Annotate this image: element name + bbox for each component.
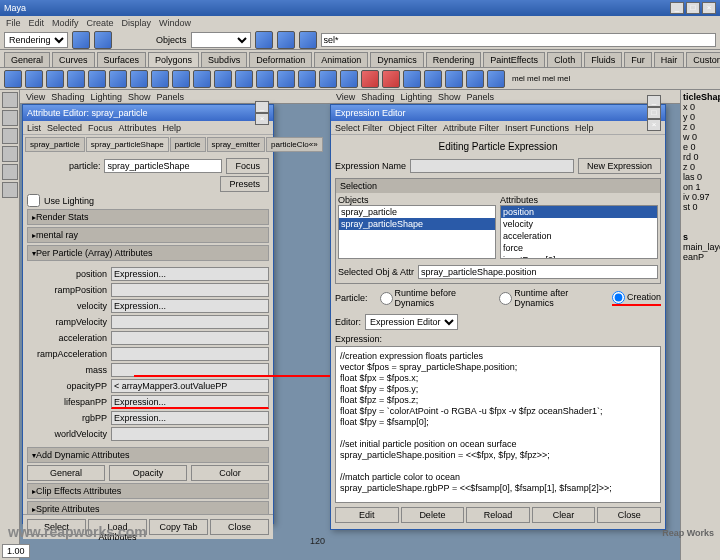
reload-button[interactable]: Reload — [466, 507, 530, 523]
channel-attr[interactable]: st 0 — [683, 202, 718, 212]
view-menu-lighting[interactable]: Lighting — [90, 92, 122, 102]
section-mental-ray[interactable]: mental ray — [27, 227, 269, 243]
shelf-icon[interactable] — [361, 70, 379, 88]
objects-select[interactable] — [191, 32, 251, 48]
pp-attr-input[interactable] — [111, 331, 269, 345]
tool-icon[interactable] — [94, 31, 112, 49]
pp-attr-input[interactable] — [111, 379, 269, 393]
frame-input[interactable]: 1.00 — [2, 544, 30, 558]
channel-attr[interactable]: w 0 — [683, 132, 718, 142]
shelf-icon[interactable] — [424, 70, 442, 88]
menu-object-filter[interactable]: Object Filter — [389, 123, 438, 133]
shelf-icon[interactable] — [487, 70, 505, 88]
rotate-tool-icon[interactable] — [2, 128, 18, 144]
close-icon[interactable]: × — [255, 113, 269, 125]
node-tab[interactable]: spray_particle — [25, 137, 85, 152]
radio-creation[interactable]: Creation — [612, 291, 661, 306]
objects-listbox[interactable]: spray_particle spray_particleShape — [338, 205, 496, 259]
tab-general[interactable]: General — [4, 52, 50, 67]
shelf-icon[interactable] — [235, 70, 253, 88]
node-tab[interactable]: spray_particleShape — [86, 137, 169, 152]
shelf-icon[interactable] — [298, 70, 316, 88]
channel-attr[interactable]: las 0 — [683, 172, 718, 182]
editor-select[interactable]: Expression Editor — [365, 314, 458, 330]
list-item[interactable]: spray_particle — [339, 206, 495, 218]
list-item[interactable]: velocity — [501, 218, 657, 230]
menu-file[interactable]: File — [6, 18, 21, 28]
mode-select[interactable]: Rendering — [4, 32, 68, 48]
objects-label[interactable]: Objects — [156, 35, 187, 45]
clear-button[interactable]: Clear — [532, 507, 596, 523]
pp-attr-input[interactable] — [111, 315, 269, 329]
tab-fluids[interactable]: Fluids — [584, 52, 622, 67]
general-button[interactable]: General — [27, 465, 105, 481]
timeline-frame[interactable]: 120 — [310, 536, 325, 546]
selection-header[interactable]: Selection — [336, 179, 660, 193]
channel-attr[interactable]: y 0 — [683, 112, 718, 122]
menu-window[interactable]: Window — [159, 18, 191, 28]
section-add-dynamic[interactable]: Add Dynamic Attributes — [27, 447, 269, 463]
channel-attr[interactable]: z 0 — [683, 162, 718, 172]
view-menu-shading[interactable]: Shading — [51, 92, 84, 102]
expr-name-input[interactable] — [410, 159, 574, 173]
close-button[interactable]: Close — [597, 507, 661, 523]
expr-editor-titlebar[interactable]: Expression Editor _□× — [331, 105, 665, 121]
shelf-icon[interactable] — [88, 70, 106, 88]
pp-attr-input[interactable] — [111, 395, 269, 409]
use-lighting-checkbox[interactable] — [27, 194, 40, 207]
shelf-icon[interactable] — [172, 70, 190, 88]
shelf-icon[interactable] — [25, 70, 43, 88]
presets-button[interactable]: Presets — [220, 176, 269, 192]
pp-attr-input[interactable] — [111, 427, 269, 441]
node-tab[interactable]: particle — [170, 137, 206, 152]
expression-textarea[interactable]: //creation expression floats particles v… — [335, 346, 661, 503]
list-item[interactable]: inputForce[0] — [501, 254, 657, 259]
pp-attr-input[interactable] — [111, 411, 269, 425]
tab-rendering[interactable]: Rendering — [426, 52, 482, 67]
tab-subdivs[interactable]: Subdivs — [201, 52, 247, 67]
tab-painteffects[interactable]: PaintEffects — [483, 52, 545, 67]
view-menu-panels[interactable]: Panels — [156, 92, 184, 102]
view-menu-panels[interactable]: Panels — [466, 92, 494, 102]
channel-attr[interactable]: e 0 — [683, 142, 718, 152]
menu-edit[interactable]: Edit — [29, 18, 45, 28]
select-tool-icon[interactable] — [2, 92, 18, 108]
channel-attr[interactable]: rd 0 — [683, 152, 718, 162]
list-item[interactable]: acceleration — [501, 230, 657, 242]
tool-icon[interactable] — [2, 164, 18, 180]
maximize-button[interactable]: □ — [686, 2, 700, 14]
menu-focus[interactable]: Focus — [88, 123, 113, 133]
tab-surfaces[interactable]: Surfaces — [97, 52, 147, 67]
sel-obj-input[interactable] — [418, 265, 658, 279]
list-item[interactable]: spray_particleShape — [339, 218, 495, 230]
list-item[interactable]: position — [501, 206, 657, 218]
sel-input[interactable] — [321, 33, 716, 47]
shelf-icon[interactable] — [214, 70, 232, 88]
channel-attr[interactable]: z 0 — [683, 122, 718, 132]
section-render-stats[interactable]: Render Stats — [27, 209, 269, 225]
menu-attr-filter[interactable]: Attribute Filter — [443, 123, 499, 133]
shelf-icon[interactable] — [256, 70, 274, 88]
particle-name-input[interactable] — [104, 159, 222, 173]
channel-attr[interactable]: on 1 — [683, 182, 718, 192]
shelf-icon[interactable] — [277, 70, 295, 88]
layer-item[interactable]: main_layer — [683, 242, 718, 252]
radio-before-dynamics[interactable]: Runtime before Dynamics — [380, 288, 488, 308]
shelf-icon[interactable] — [151, 70, 169, 88]
tool-icon[interactable] — [72, 31, 90, 49]
tab-deformation[interactable]: Deformation — [249, 52, 312, 67]
tool-icon[interactable] — [299, 31, 317, 49]
section-clip[interactable]: Clip Effects Attributes — [27, 483, 269, 499]
maximize-icon[interactable]: □ — [647, 107, 661, 119]
shelf-icon[interactable] — [67, 70, 85, 88]
shelf-icon[interactable] — [319, 70, 337, 88]
view-menu-shading[interactable]: Shading — [361, 92, 394, 102]
shelf-icon[interactable] — [193, 70, 211, 88]
node-tab[interactable]: spray_emitter — [207, 137, 265, 152]
view-menu-lighting[interactable]: Lighting — [400, 92, 432, 102]
menu-create[interactable]: Create — [87, 18, 114, 28]
shelf-icon[interactable] — [466, 70, 484, 88]
tool-icon[interactable] — [277, 31, 295, 49]
menu-select-filter[interactable]: Select Filter — [335, 123, 383, 133]
opacity-button[interactable]: Opacity — [109, 465, 187, 481]
